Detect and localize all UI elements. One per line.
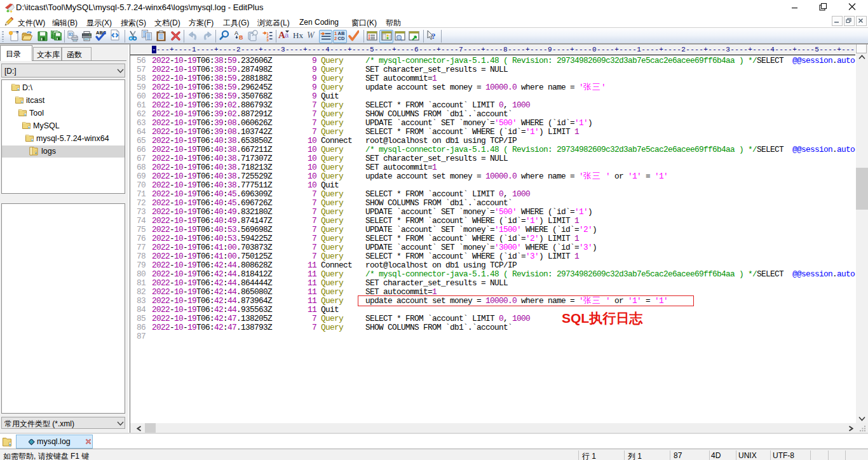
svg-text:?: ? xyxy=(431,31,436,41)
svg-text:A: A xyxy=(234,30,238,36)
svg-text:CD: CD xyxy=(338,36,345,41)
svg-text:3: 3 xyxy=(267,38,269,42)
svg-text:B: B xyxy=(239,34,243,41)
svg-text:W: W xyxy=(307,30,315,40)
svg-text:Hx: Hx xyxy=(293,30,303,40)
svg-text:2: 2 xyxy=(334,36,337,41)
